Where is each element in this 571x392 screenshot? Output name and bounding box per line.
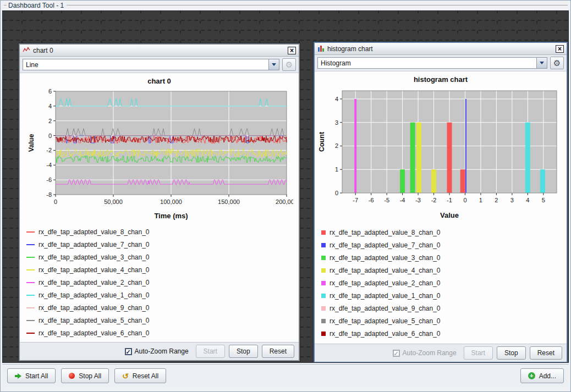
add-button[interactable]: + Add... xyxy=(520,368,564,383)
svg-text:100,000: 100,000 xyxy=(160,198,182,205)
window-titlebar: Dashboard Tool - 1 xyxy=(2,1,569,10)
legend-marker xyxy=(26,244,35,245)
chart-type-select[interactable]: Histogram xyxy=(317,57,547,69)
legend-item: rx_dfe_tap_adapted_value_8_chan_0 xyxy=(26,225,299,238)
legend-marker xyxy=(26,282,35,283)
legend-item: rx_dfe_tap_adapted_value_7_chan_0 xyxy=(321,239,567,251)
svg-text:2: 2 xyxy=(495,197,498,203)
desktop-pane: chart 0 × Line ⚙ chart 0 6420-2-4-6-8050… xyxy=(2,10,569,363)
stop-button[interactable]: Stop xyxy=(229,345,258,358)
svg-text:2: 2 xyxy=(48,118,51,124)
legend-item: rx_dfe_tap_adapted_value_2_chan_0 xyxy=(26,276,299,289)
svg-text:4: 4 xyxy=(526,197,529,203)
start-button[interactable]: Start xyxy=(464,346,493,360)
legend-item: rx_dfe_tap_adapted_value_7_chan_0 xyxy=(26,238,299,251)
legend-item: rx_dfe_tap_adapted_value_1_chan_0 xyxy=(321,289,567,302)
chart0-controls: ✓ Auto-Zoom Range Start Stop Reset xyxy=(20,342,299,360)
auto-zoom-checkbox[interactable]: ✓ Auto-Zoom Range xyxy=(125,347,189,355)
svg-text:-8: -8 xyxy=(46,191,52,198)
legend-label: rx_dfe_tap_adapted_value_7_chan_0 xyxy=(39,241,150,249)
legend-marker xyxy=(26,257,35,258)
svg-text:-4: -4 xyxy=(46,162,52,168)
legend-item: rx_dfe_tap_adapted_value_3_chan_0 xyxy=(321,251,567,264)
legend-label: rx_dfe_tap_adapted_value_1_chan_0 xyxy=(39,291,150,299)
close-icon[interactable]: × xyxy=(288,47,296,54)
settings-button[interactable]: ⚙ xyxy=(550,57,564,69)
histogram-titlebar[interactable]: histogram chart × xyxy=(315,43,567,55)
svg-text:-6: -6 xyxy=(46,176,52,183)
legend-marker xyxy=(321,306,326,311)
auto-zoom-checkbox[interactable]: ✓ Auto-Zoom Range xyxy=(393,349,457,357)
stop-all-button[interactable]: Stop All xyxy=(61,368,109,383)
svg-text:-7: -7 xyxy=(353,197,358,203)
histogram-window[interactable]: histogram chart × Histogram ⚙ histogram … xyxy=(314,42,568,363)
chart-type-select[interactable]: Line xyxy=(23,59,279,70)
legend-item: rx_dfe_tap_adapted_value_6_chan_0 xyxy=(321,327,567,340)
legend-item: rx_dfe_tap_adapted_value_8_chan_0 xyxy=(321,226,567,239)
legend-label: rx_dfe_tap_adapted_value_5_chan_0 xyxy=(330,317,441,325)
chart0-window[interactable]: chart 0 × Line ⚙ chart 0 6420-2-4-6-8050… xyxy=(19,43,300,361)
legend-item: rx_dfe_tap_adapted_value_5_chan_0 xyxy=(26,314,299,327)
start-all-label: Start All xyxy=(25,372,48,380)
legend-label: rx_dfe_tap_adapted_value_8_chan_0 xyxy=(330,229,441,236)
line-chart-icon xyxy=(23,46,30,56)
legend-label: rx_dfe_tap_adapted_value_6_chan_0 xyxy=(39,329,150,337)
legend-marker xyxy=(321,256,326,260)
checkbox-check-icon[interactable]: ✓ xyxy=(393,350,400,357)
svg-text:2: 2 xyxy=(335,142,338,149)
legend-marker xyxy=(321,332,326,336)
start-all-button[interactable]: Start All xyxy=(7,368,56,383)
legend-marker xyxy=(26,320,35,321)
main-toolbar: Start All Stop All ↺ Reset All + Add... xyxy=(2,364,569,387)
svg-text:-3: -3 xyxy=(415,197,421,203)
titled-border-line xyxy=(67,5,568,6)
checkbox-check-icon[interactable]: ✓ xyxy=(125,348,132,355)
svg-text:-2: -2 xyxy=(46,147,52,153)
chevron-down-icon[interactable] xyxy=(536,58,547,68)
svg-text:-5: -5 xyxy=(384,197,389,203)
histogram-plot: 01234-7-6-5-4-3-2-1012345CountValue xyxy=(317,84,564,223)
svg-text:-6: -6 xyxy=(369,197,374,203)
reset-button[interactable]: Reset xyxy=(530,346,562,360)
svg-text:-4: -4 xyxy=(400,197,405,203)
legend-item: rx_dfe_tap_adapted_value_4_chan_0 xyxy=(321,264,567,277)
gear-icon: ⚙ xyxy=(286,60,293,69)
legend-marker xyxy=(321,319,326,323)
legend-label: rx_dfe_tap_adapted_value_1_chan_0 xyxy=(330,292,441,300)
chart0-content: chart 0 6420-2-4-6-8050,000100,000150,00… xyxy=(20,73,299,342)
legend-marker xyxy=(26,333,35,334)
legend-marker xyxy=(321,281,326,285)
legend-item: rx_dfe_tap_adapted_value_5_chan_0 xyxy=(321,314,567,327)
legend-label: rx_dfe_tap_adapted_value_4_chan_0 xyxy=(330,267,441,274)
svg-text:3: 3 xyxy=(510,197,514,203)
svg-text:Count: Count xyxy=(318,131,326,152)
chart-type-value: Histogram xyxy=(321,59,351,67)
histogram-content: histogram chart 01234-7-6-5-4-3-2-101234… xyxy=(315,71,567,344)
legend: rx_dfe_tap_adapted_value_8_chan_0rx_dfe_… xyxy=(20,222,299,339)
svg-text:Time (ms): Time (ms) xyxy=(154,212,188,220)
legend-item: rx_dfe_tap_adapted_value_3_chan_0 xyxy=(26,251,299,263)
chevron-down-icon[interactable] xyxy=(268,59,279,70)
histogram-controls: ✓ Auto-Zoom Range Start Stop Reset xyxy=(315,344,567,362)
svg-text:50,000: 50,000 xyxy=(104,198,123,205)
close-icon[interactable]: × xyxy=(556,45,564,53)
legend-item: rx_dfe_tap_adapted_value_1_chan_0 xyxy=(26,289,299,301)
reset-all-button[interactable]: ↺ Reset All xyxy=(114,368,166,383)
stop-button[interactable]: Stop xyxy=(497,346,526,360)
svg-text:4: 4 xyxy=(335,96,338,102)
histogram-chart-icon xyxy=(317,44,325,54)
chart0-titlebar[interactable]: chart 0 × xyxy=(20,45,299,57)
window-title: Dashboard Tool - 1 xyxy=(7,2,67,9)
svg-text:3: 3 xyxy=(335,119,338,126)
svg-text:200,000: 200,000 xyxy=(276,198,293,205)
legend-marker xyxy=(321,268,326,273)
stop-all-label: Stop All xyxy=(79,372,101,380)
start-all-arrow-icon xyxy=(15,373,21,379)
reset-button[interactable]: Reset xyxy=(262,345,294,358)
chart0-title: chart 0 xyxy=(33,47,53,54)
start-button[interactable]: Start xyxy=(196,345,225,358)
chart0-toolbar: Line ⚙ xyxy=(20,57,299,73)
settings-button[interactable]: ⚙ xyxy=(282,58,296,71)
svg-text:6: 6 xyxy=(48,88,51,95)
legend-marker xyxy=(26,269,35,270)
